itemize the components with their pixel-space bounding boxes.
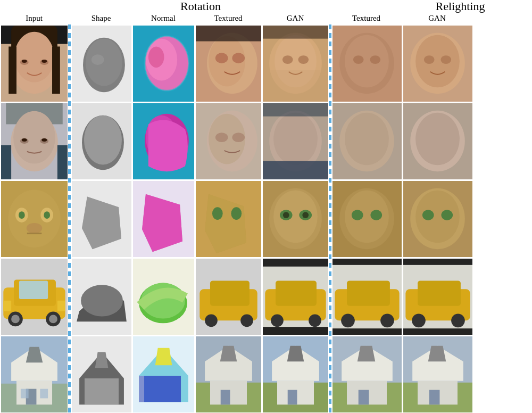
col-normal-header: Normal xyxy=(151,14,176,23)
normal-row1 xyxy=(133,26,194,102)
main-container: Shape Normal Textured GAN Textured GAN I… xyxy=(0,0,532,413)
svg-point-89 xyxy=(232,133,245,142)
textured-relight-row1 xyxy=(332,26,402,102)
svg-rect-20 xyxy=(57,145,67,179)
svg-point-122 xyxy=(302,212,309,218)
svg-point-88 xyxy=(215,133,228,142)
svg-rect-114 xyxy=(263,103,328,117)
svg-point-18 xyxy=(41,138,47,142)
input-row3 xyxy=(1,181,68,257)
svg-point-121 xyxy=(282,212,289,218)
svg-point-165 xyxy=(423,55,434,64)
textured-rot-row2 xyxy=(196,103,261,179)
content-body xyxy=(0,24,532,413)
svg-point-23 xyxy=(8,189,61,247)
svg-rect-46 xyxy=(40,389,48,398)
textured-rot-row3 xyxy=(196,181,261,257)
col-textured2-header: Textured xyxy=(352,14,380,23)
svg-point-143 xyxy=(345,112,389,165)
svg-rect-45 xyxy=(20,389,28,398)
svg-point-172 xyxy=(415,190,460,243)
input-column xyxy=(0,24,68,413)
svg-rect-103 xyxy=(220,390,230,404)
svg-point-7 xyxy=(21,60,27,63)
svg-rect-77 xyxy=(144,375,181,401)
svg-marker-159 xyxy=(357,345,375,361)
svg-point-97 xyxy=(240,314,253,327)
textured-relight-row5 xyxy=(332,336,402,412)
col-gan-header: GAN xyxy=(287,14,304,23)
header-section: Shape Normal Textured GAN Textured GAN I… xyxy=(0,0,532,24)
svg-point-164 xyxy=(415,35,460,87)
svg-point-127 xyxy=(309,314,321,327)
svg-rect-37 xyxy=(3,300,11,311)
gan-rot-row2 xyxy=(263,103,328,179)
svg-point-36 xyxy=(49,315,57,323)
gan-relight-row4 xyxy=(403,259,472,335)
svg-point-83 xyxy=(232,53,245,63)
svg-point-56 xyxy=(81,285,123,316)
svg-point-140 xyxy=(370,55,380,64)
svg-rect-84 xyxy=(196,26,261,42)
svg-rect-151 xyxy=(347,280,390,305)
svg-point-17 xyxy=(21,138,27,142)
gan-rot-row5 xyxy=(263,336,328,412)
svg-point-4 xyxy=(14,31,54,82)
svg-point-178 xyxy=(412,313,426,327)
svg-rect-115 xyxy=(263,161,328,179)
normal-row5 xyxy=(133,336,194,412)
gan-rot-row1 xyxy=(263,26,328,102)
svg-rect-9 xyxy=(9,46,16,94)
svg-rect-10 xyxy=(52,46,60,94)
svg-point-174 xyxy=(441,210,453,220)
textured-relight-column xyxy=(331,24,402,413)
svg-point-53 xyxy=(84,115,121,164)
svg-point-146 xyxy=(345,190,389,243)
gan-relight-column xyxy=(402,24,473,413)
svg-rect-32 xyxy=(19,280,47,299)
col-shape-header: Shape xyxy=(92,14,111,23)
svg-point-8 xyxy=(41,60,47,63)
gan-relight-row2 xyxy=(403,103,472,179)
col-textured-header: Textured xyxy=(214,14,242,23)
textured-rot-row1 xyxy=(196,26,261,102)
svg-point-113 xyxy=(273,112,318,165)
gan-relight-row5 xyxy=(403,336,472,412)
gan-rot-row4 xyxy=(263,259,328,335)
svg-rect-177 xyxy=(418,280,461,305)
svg-rect-125 xyxy=(276,280,317,305)
svg-point-92 xyxy=(231,207,242,220)
svg-point-126 xyxy=(271,314,284,327)
svg-marker-185 xyxy=(428,345,446,361)
svg-point-166 xyxy=(440,55,451,64)
gan-rotation-column xyxy=(262,24,329,413)
svg-rect-38 xyxy=(57,300,65,311)
svg-point-50 xyxy=(91,54,104,65)
textured-rot-row5 xyxy=(196,336,261,412)
svg-point-173 xyxy=(422,210,434,220)
svg-rect-60 xyxy=(84,378,118,404)
svg-rect-78 xyxy=(139,375,144,401)
svg-rect-128 xyxy=(263,259,328,267)
gan-rot-row3 xyxy=(263,181,328,257)
svg-rect-135 xyxy=(287,390,297,404)
shape-row4 xyxy=(72,259,131,335)
svg-rect-109 xyxy=(263,26,328,39)
svg-point-107 xyxy=(282,55,293,64)
col-gan2-header: GAN xyxy=(428,14,446,23)
svg-point-49 xyxy=(85,38,122,86)
svg-point-139 xyxy=(353,55,363,64)
gan-relight-row1 xyxy=(403,26,472,102)
svg-point-14 xyxy=(13,111,55,163)
normal-row2 xyxy=(133,103,194,179)
svg-rect-187 xyxy=(429,390,439,404)
svg-point-153 xyxy=(380,313,394,327)
svg-point-148 xyxy=(370,210,382,220)
svg-point-108 xyxy=(298,55,309,64)
svg-rect-19 xyxy=(1,145,11,179)
svg-point-28 xyxy=(26,222,42,233)
shape-row1 xyxy=(72,26,131,102)
svg-marker-76 xyxy=(155,348,172,365)
svg-rect-154 xyxy=(332,259,402,265)
textured-rotation-column xyxy=(195,24,262,413)
